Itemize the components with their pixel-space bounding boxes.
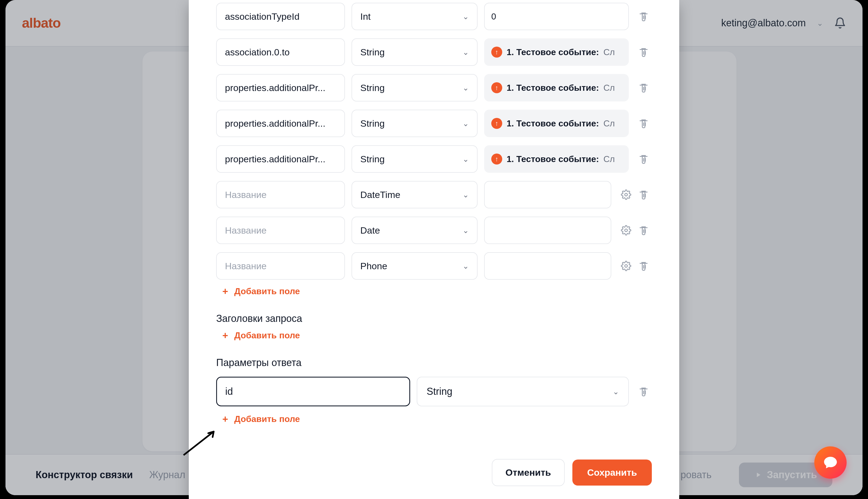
trash-icon bbox=[638, 386, 649, 397]
param-name-input[interactable]: Название bbox=[216, 252, 345, 280]
chat-fab[interactable] bbox=[814, 446, 847, 479]
event-label: 1. Тестовое событие: bbox=[507, 154, 599, 164]
param-name-value: Название bbox=[225, 190, 267, 200]
row-settings-button[interactable] bbox=[620, 224, 632, 236]
param-type-select[interactable]: String⌄ bbox=[352, 74, 478, 101]
response-type-value: String bbox=[427, 386, 452, 397]
param-type-select[interactable]: Date⌄ bbox=[352, 217, 478, 244]
chat-icon bbox=[823, 455, 838, 470]
param-type-value: String bbox=[360, 154, 385, 165]
event-label: 1. Тестовое событие: bbox=[507, 119, 599, 129]
trash-icon bbox=[638, 83, 649, 93]
event-badge-icon: ↑ bbox=[491, 118, 502, 129]
param-value-input[interactable] bbox=[484, 217, 611, 244]
chevron-down-icon: ⌄ bbox=[463, 83, 469, 93]
param-name-value: properties.additionalPr... bbox=[225, 154, 326, 165]
param-type-select[interactable]: Int⌄ bbox=[352, 3, 478, 30]
response-name-value: id bbox=[225, 386, 233, 397]
trash-icon bbox=[638, 11, 649, 22]
chevron-down-icon: ⌄ bbox=[463, 226, 469, 235]
svg-point-1 bbox=[625, 229, 627, 232]
param-type-value: String bbox=[360, 47, 385, 58]
add-header-field-button[interactable]: + Добавить поле bbox=[216, 328, 652, 342]
row-actions bbox=[636, 145, 652, 173]
row-delete-button[interactable] bbox=[638, 82, 650, 94]
param-name-input[interactable]: properties.additionalPr... bbox=[216, 145, 345, 173]
param-value-input[interactable]: ↑1. Тестовое событие:Сл bbox=[484, 38, 629, 66]
row-delete-button[interactable] bbox=[638, 153, 650, 165]
param-value-input[interactable] bbox=[484, 252, 611, 280]
param-value-input[interactable] bbox=[484, 181, 611, 208]
param-value-input[interactable]: ↑1. Тестовое событие:Сл bbox=[484, 145, 629, 173]
param-type-select[interactable]: String⌄ bbox=[352, 38, 478, 66]
param-name-value: association.0.to bbox=[225, 47, 290, 58]
response-delete-button[interactable] bbox=[638, 386, 650, 398]
event-value: Сл bbox=[603, 83, 615, 93]
chevron-down-icon: ⌄ bbox=[463, 12, 469, 21]
row-actions bbox=[618, 252, 652, 280]
row-delete-button[interactable] bbox=[638, 46, 650, 58]
plus-icon: + bbox=[221, 331, 229, 340]
trash-icon bbox=[638, 154, 649, 164]
trash-icon bbox=[638, 118, 649, 129]
param-name-value: Название bbox=[225, 261, 267, 271]
param-value-input[interactable]: ↑1. Тестовое событие:Сл bbox=[484, 110, 629, 137]
cancel-button[interactable]: Отменить bbox=[492, 459, 565, 486]
chevron-down-icon: ⌄ bbox=[463, 261, 469, 271]
row-delete-button[interactable] bbox=[638, 188, 650, 201]
trash-icon bbox=[638, 190, 649, 200]
event-badge-icon: ↑ bbox=[491, 47, 502, 58]
param-name-value: associationTypeId bbox=[225, 11, 300, 22]
param-name-input[interactable]: associationTypeId bbox=[216, 3, 345, 30]
gear-icon bbox=[621, 225, 631, 235]
param-name-input[interactable]: association.0.to bbox=[216, 38, 345, 66]
event-value: Сл bbox=[603, 119, 615, 129]
event-value: Сл bbox=[603, 154, 615, 164]
param-name-input[interactable]: properties.additionalPr... bbox=[216, 110, 345, 137]
response-name-input[interactable]: id bbox=[216, 377, 410, 406]
modal-dialog: associationTypeIdInt⌄0association.0.toSt… bbox=[189, 0, 679, 499]
row-actions bbox=[618, 217, 652, 244]
trash-icon bbox=[638, 261, 649, 271]
param-value-input[interactable]: ↑1. Тестовое событие:Сл bbox=[484, 74, 629, 101]
cancel-button-label: Отменить bbox=[505, 467, 551, 478]
row-delete-button[interactable] bbox=[638, 260, 650, 272]
param-type-select[interactable]: String⌄ bbox=[352, 110, 478, 137]
row-settings-button[interactable] bbox=[620, 188, 632, 201]
param-type-select[interactable]: Phone⌄ bbox=[352, 252, 478, 280]
param-type-select[interactable]: String⌄ bbox=[352, 145, 478, 173]
param-type-value: Phone bbox=[360, 261, 387, 271]
chevron-down-icon: ⌄ bbox=[463, 190, 469, 199]
param-type-value: String bbox=[360, 83, 385, 93]
param-type-select[interactable]: DateTime⌄ bbox=[352, 181, 478, 208]
modal-content: associationTypeIdInt⌄0association.0.toSt… bbox=[189, 0, 679, 454]
param-name-input[interactable]: properties.additionalPr... bbox=[216, 74, 345, 101]
add-response-field-button[interactable]: + Добавить поле bbox=[216, 406, 652, 425]
param-row: НазваниеDateTime⌄ bbox=[216, 181, 652, 208]
row-delete-button[interactable] bbox=[638, 224, 650, 236]
param-value-text: 0 bbox=[491, 12, 496, 22]
row-delete-button[interactable] bbox=[638, 117, 650, 130]
trash-icon bbox=[638, 47, 649, 57]
row-delete-button[interactable] bbox=[638, 10, 650, 23]
save-button-label: Сохранить bbox=[587, 467, 637, 478]
gear-icon bbox=[621, 190, 631, 200]
param-row: properties.additionalPr...String⌄↑1. Тес… bbox=[216, 145, 652, 173]
param-name-input[interactable]: Название bbox=[216, 217, 345, 244]
param-name-input[interactable]: Название bbox=[216, 181, 345, 208]
param-row: properties.additionalPr...String⌄↑1. Тес… bbox=[216, 74, 652, 101]
row-actions bbox=[636, 3, 652, 30]
plus-icon: + bbox=[221, 287, 229, 295]
save-button[interactable]: Сохранить bbox=[573, 460, 652, 486]
add-field-button[interactable]: + Добавить поле bbox=[216, 280, 652, 297]
gear-icon bbox=[621, 261, 631, 271]
chevron-down-icon: ⌄ bbox=[463, 155, 469, 164]
row-settings-button[interactable] bbox=[620, 260, 632, 272]
event-label: 1. Тестовое событие: bbox=[507, 47, 599, 57]
param-row: properties.additionalPr...String⌄↑1. Тес… bbox=[216, 110, 652, 137]
param-value-input[interactable]: 0 bbox=[484, 3, 629, 30]
add-field-label: Добавить поле bbox=[234, 414, 300, 424]
chevron-down-icon: ⌄ bbox=[463, 119, 469, 128]
response-type-select[interactable]: String ⌄ bbox=[417, 377, 629, 406]
param-type-value: String bbox=[360, 118, 385, 129]
